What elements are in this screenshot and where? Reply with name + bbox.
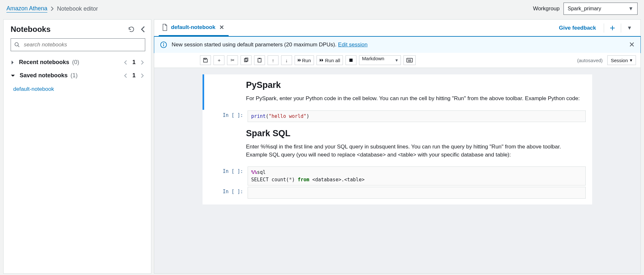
code-token: )	[307, 113, 309, 119]
group-label: Saved notebooks	[20, 72, 68, 79]
page-number: 1	[132, 59, 136, 66]
page-prev-icon[interactable]	[124, 60, 127, 65]
notebook-area: ＋ ✂ ↑ ↓	[154, 53, 640, 273]
notebook-toolbar: ＋ ✂ ↑ ↓	[154, 53, 640, 68]
group-count: (1)	[71, 72, 78, 79]
group-count: (0)	[72, 59, 79, 65]
move-cell-down-button[interactable]: ↓	[281, 55, 292, 65]
arrow-up-icon: ↑	[272, 58, 274, 63]
divider	[604, 24, 604, 33]
md-body: For PySpark, enter your Python code in t…	[246, 95, 582, 103]
sidebar: Notebooks	[3, 19, 151, 274]
collapse-sidebar-icon[interactable]	[141, 26, 145, 33]
code-editor[interactable]	[248, 187, 586, 199]
autosaved-label: (autosaved)	[577, 58, 602, 63]
stop-kernel-button[interactable]	[346, 55, 356, 65]
group-saved-notebooks[interactable]: Saved notebooks (1) 1	[4, 69, 151, 82]
tab-default-notebook[interactable]: default-notebook ✕	[159, 20, 229, 36]
session-menu-button[interactable]: Session ▾	[607, 55, 636, 65]
notebook-item[interactable]: default-notebook	[13, 84, 144, 94]
svg-rect-11	[407, 58, 412, 62]
keyboard-button[interactable]	[403, 55, 416, 65]
code-token: from	[298, 177, 309, 183]
svg-rect-12	[408, 59, 408, 60]
move-cell-up-button[interactable]: ↑	[268, 55, 279, 65]
add-tab-button[interactable]	[606, 23, 619, 33]
breadcrumb: Amazon Athena Notebook editor	[6, 5, 98, 13]
sidebar-search[interactable]	[11, 38, 145, 51]
content-panel: default-notebook ✕ Give feedback ▼	[154, 19, 641, 274]
svg-line-1	[18, 45, 19, 47]
keyboard-icon	[406, 58, 413, 62]
copy-icon	[243, 58, 249, 63]
tab-menu-button[interactable]: ▼	[623, 23, 636, 33]
sidebar-actions	[128, 26, 145, 33]
breadcrumb-current: Notebook editor	[57, 5, 98, 12]
banner-text-wrap: New session started using default parame…	[172, 42, 367, 48]
code-cell-1[interactable]: In [ ]: print("hello world")	[203, 110, 592, 123]
caret-down-icon: ▼	[627, 25, 632, 31]
close-tab-icon[interactable]: ✕	[219, 24, 224, 31]
code-token: sql	[257, 169, 266, 175]
banner-text: New session started using default parame…	[172, 42, 338, 48]
group-label: Recent notebooks	[19, 59, 69, 65]
paste-icon	[257, 58, 262, 63]
plus-icon: ＋	[217, 57, 222, 63]
notebook-page: PySpark For PySpark, enter your Python c…	[203, 74, 592, 204]
add-cell-button[interactable]: ＋	[213, 55, 224, 65]
workgroup-select[interactable]: Spark_primary ▼	[564, 3, 638, 15]
code-token: (	[266, 113, 269, 119]
play-icon	[298, 58, 301, 62]
workgroup-value: Spark_primary	[568, 6, 601, 12]
md-body: Enter %%sql in the first line and your S…	[246, 143, 582, 159]
caret-down-icon	[11, 74, 15, 78]
page-prev-icon[interactable]	[124, 73, 127, 78]
top-bar: Amazon Athena Notebook editor Workgroup …	[0, 0, 644, 19]
copy-cell-button[interactable]	[241, 55, 251, 65]
cell-type-select[interactable]: Markdown	[359, 55, 401, 65]
page-number: 1	[132, 72, 136, 79]
code-cell-3[interactable]: In [ ]:	[203, 186, 592, 204]
refresh-icon[interactable]	[128, 26, 135, 33]
cut-cell-button[interactable]: ✂	[227, 55, 238, 65]
code-token: )	[292, 177, 298, 183]
group-recent-notebooks[interactable]: Recent notebooks (0) 1	[4, 56, 151, 69]
workgroup-selector: Workgroup Spark_primary ▼	[533, 3, 638, 15]
svg-point-0	[15, 43, 18, 46]
code-editor[interactable]: print("hello world")	[248, 110, 586, 122]
caret-down-icon: ▼	[628, 6, 633, 12]
md-title: PySpark	[246, 80, 582, 90]
stop-icon	[349, 58, 353, 62]
saved-notebooks-list: default-notebook	[4, 82, 151, 98]
close-banner-icon[interactable]: ✕	[629, 41, 635, 49]
markdown-cell-pyspark[interactable]: PySpark For PySpark, enter your Python c…	[203, 74, 592, 110]
give-feedback-link[interactable]: Give feedback	[553, 25, 602, 31]
chevron-right-icon	[51, 6, 54, 11]
md-title: Spark SQL	[246, 128, 582, 138]
sidebar-title: Notebooks	[11, 25, 51, 34]
search-notebooks-input[interactable]	[23, 41, 142, 48]
cell-type-value: Markdown	[362, 56, 384, 61]
code-editor[interactable]: %%sql SELECT count(*) from <database>.<t…	[248, 166, 586, 185]
run-all-button[interactable]: Run all	[317, 55, 343, 65]
svg-rect-14	[410, 59, 411, 60]
divider	[621, 24, 621, 33]
svg-rect-5	[204, 58, 206, 60]
code-cell-2[interactable]: In [ ]: %%sql SELECT count(*) from <data…	[203, 166, 592, 186]
run-label: Run	[302, 58, 311, 63]
save-button[interactable]	[200, 55, 211, 65]
document-icon	[162, 24, 168, 31]
code-prompt: In [ ]:	[209, 166, 248, 174]
paste-cell-button[interactable]	[254, 55, 265, 65]
page-next-icon[interactable]	[141, 60, 144, 65]
breadcrumb-service-link[interactable]: Amazon Athena	[6, 5, 47, 13]
code-token: "hello world"	[269, 113, 306, 119]
markdown-cell-sparksql[interactable]: Spark SQL Enter %%sql in the first line …	[203, 123, 592, 166]
save-icon	[203, 58, 208, 63]
fast-forward-icon	[319, 58, 324, 62]
edit-session-link[interactable]: Edit session	[338, 42, 368, 48]
caret-right-icon	[11, 60, 14, 65]
run-cell-button[interactable]: Run	[295, 55, 314, 65]
page-next-icon[interactable]	[141, 73, 144, 78]
svg-rect-10	[349, 59, 353, 62]
